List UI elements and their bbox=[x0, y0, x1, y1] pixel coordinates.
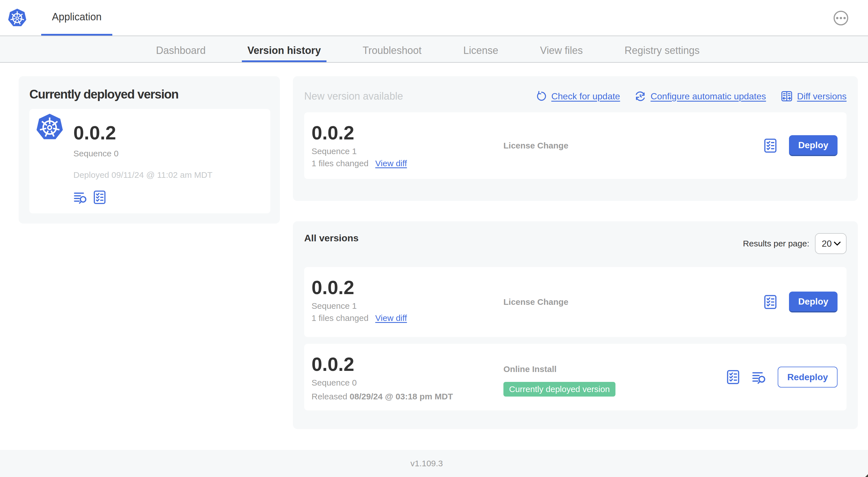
version-sequence: Sequence 0 bbox=[312, 378, 503, 388]
app-logo bbox=[8, 0, 27, 35]
nav-item-application[interactable]: Application bbox=[41, 0, 112, 35]
new-version-source: License Change bbox=[503, 140, 568, 151]
currently-deployed-title: Currently deployed version bbox=[29, 88, 270, 101]
version-row-sequence-0: 0.0.2 Sequence 0 Released 08/29/24 @ 03:… bbox=[304, 344, 846, 410]
top-navbar: Application bbox=[0, 0, 868, 36]
console-version: v1.109.3 bbox=[410, 459, 443, 468]
version-row-sequence-1: 0.0.2 Sequence 1 1 files changed View di… bbox=[304, 267, 846, 337]
deployed-sequence: Sequence 0 bbox=[73, 148, 213, 159]
version-number: 0.0.2 bbox=[312, 277, 503, 298]
deployed-timestamp: Deployed 09/11/24 @ 11:02 am MDT bbox=[73, 170, 213, 180]
preflight-checks-icon[interactable] bbox=[763, 138, 778, 153]
diff-versions-link[interactable]: Diff versions bbox=[781, 91, 846, 102]
app-name: Application bbox=[52, 11, 101, 23]
preflight-checks-icon[interactable] bbox=[763, 295, 778, 309]
new-version-number: 0.0.2 bbox=[312, 122, 503, 143]
app-subnav: Dashboard Version history Troubleshoot L… bbox=[0, 36, 868, 63]
new-version-sequence: Sequence 1 bbox=[312, 146, 503, 156]
files-changed-label: 1 files changed bbox=[312, 158, 369, 169]
deploy-button[interactable]: Deploy bbox=[789, 135, 838, 156]
kubernetes-app-icon bbox=[36, 114, 63, 141]
kubernetes-logo-icon bbox=[8, 8, 27, 27]
version-source: License Change bbox=[503, 297, 568, 307]
deployed-version-number: 0.0.2 bbox=[73, 122, 213, 143]
deploy-button[interactable]: Deploy bbox=[789, 292, 838, 312]
files-changed-label: 1 files changed bbox=[312, 313, 369, 324]
preflight-checks-icon[interactable] bbox=[726, 370, 740, 384]
currently-deployed-card: Currently deployed version 0.0.2 Sequenc… bbox=[19, 76, 280, 223]
tab-license[interactable]: License bbox=[458, 36, 504, 62]
view-diff-link[interactable]: View diff bbox=[375, 158, 407, 169]
main-content: Currently deployed version 0.0.2 Sequenc… bbox=[19, 76, 858, 429]
version-sequence: Sequence 1 bbox=[312, 301, 503, 311]
ellipsis-icon bbox=[836, 17, 838, 19]
results-per-page-label: Results per page: bbox=[743, 239, 809, 248]
chevron-down-icon bbox=[834, 241, 841, 246]
tab-version-history[interactable]: Version history bbox=[242, 36, 327, 62]
new-version-card: New version available Check for update C… bbox=[293, 76, 858, 201]
tab-dashboard[interactable]: Dashboard bbox=[150, 36, 211, 62]
preflight-checks-icon[interactable] bbox=[93, 190, 107, 204]
released-timestamp: Released 08/29/24 @ 03:18 pm MDT bbox=[312, 391, 503, 402]
all-versions-card: All versions Results per page: 20 0.0.2 … bbox=[293, 221, 858, 429]
currently-deployed-version-card: 0.0.2 Sequence 0 Deployed 09/11/24 @ 11:… bbox=[29, 109, 270, 213]
release-notes-icon[interactable] bbox=[752, 370, 767, 384]
auto-update-icon bbox=[634, 91, 646, 102]
refresh-icon bbox=[536, 91, 547, 101]
check-for-update-link[interactable]: Check for update bbox=[536, 91, 620, 101]
release-notes-icon[interactable] bbox=[73, 190, 88, 204]
more-menu-button[interactable] bbox=[834, 11, 848, 25]
configure-automatic-updates-link[interactable]: Configure automatic updates bbox=[634, 91, 766, 102]
new-version-title: New version available bbox=[304, 89, 403, 103]
tab-registry-settings[interactable]: Registry settings bbox=[619, 36, 705, 62]
footer: v1.109.3 bbox=[0, 450, 868, 477]
version-number: 0.0.2 bbox=[312, 353, 503, 375]
redeploy-button[interactable]: Redeploy bbox=[778, 367, 838, 388]
version-source: Online Install bbox=[503, 364, 556, 375]
results-per-page-select[interactable]: 20 bbox=[815, 233, 846, 254]
tab-view-files[interactable]: View files bbox=[534, 36, 588, 62]
new-version-row: 0.0.2 Sequence 1 1 files changed View di… bbox=[304, 112, 846, 179]
diff-versions-icon bbox=[781, 91, 793, 102]
all-versions-title: All versions bbox=[304, 233, 359, 244]
page: Application Dashboard Version history Tr… bbox=[0, 0, 868, 477]
view-diff-link[interactable]: View diff bbox=[375, 313, 407, 324]
tab-troubleshoot[interactable]: Troubleshoot bbox=[357, 36, 427, 62]
currently-deployed-badge: Currently deployed version bbox=[503, 382, 615, 396]
